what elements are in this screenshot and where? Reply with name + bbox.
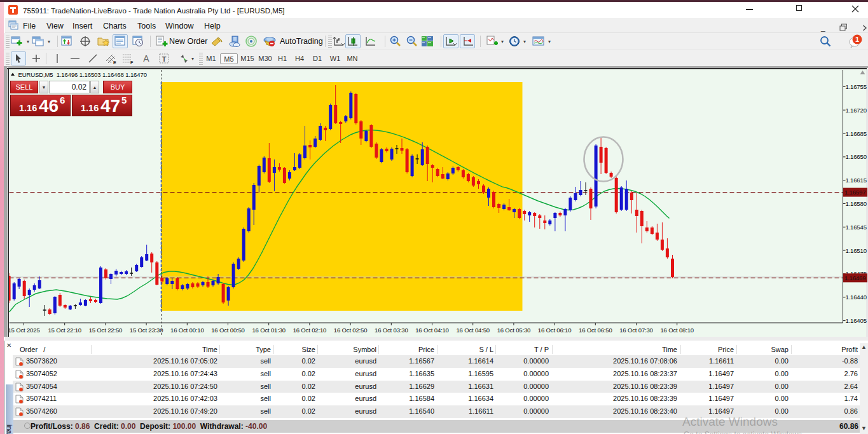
svg-text:16 Oct 00:10: 16 Oct 00:10 [170, 327, 204, 334]
svg-text:1.16545: 1.16545 [845, 224, 866, 231]
svg-text:15 Oct 23:30: 15 Oct 23:30 [129, 327, 163, 334]
svg-text:16 Oct 04:50: 16 Oct 04:50 [456, 327, 490, 334]
svg-text:1.16615: 1.16615 [845, 177, 866, 184]
svg-text:16 Oct 04:10: 16 Oct 04:10 [415, 327, 449, 334]
svg-text:16 Oct 01:30: 16 Oct 01:30 [252, 327, 286, 334]
svg-text:16 Oct 02:50: 16 Oct 02:50 [333, 327, 367, 334]
svg-text:1.16510: 1.16510 [845, 247, 866, 254]
svg-text:F: F [130, 60, 134, 65]
svg-text:1.16720: 1.16720 [845, 107, 866, 114]
svg-text:1.16580: 1.16580 [845, 200, 866, 207]
svg-text:16 Oct 05:30: 16 Oct 05:30 [497, 327, 530, 334]
svg-text:EURUSD,M5 1.16496 1.16503 1.1: EURUSD,M5 1.16496 1.16503 1.16468 1.1647… [18, 71, 146, 78]
svg-text:16 Oct 07:30: 16 Oct 07:30 [619, 327, 653, 334]
svg-text:1.16650: 1.16650 [845, 153, 866, 160]
svg-text:1.16469: 1.16469 [844, 275, 865, 281]
svg-text:E: E [113, 60, 116, 65]
svg-text:16 Oct 06:10: 16 Oct 06:10 [537, 327, 571, 334]
svg-text:16 Oct 02:10: 16 Oct 02:10 [293, 327, 326, 334]
svg-text:16 Oct 03:30: 16 Oct 03:30 [375, 327, 408, 334]
svg-text:1.16405: 1.16405 [845, 317, 866, 324]
svg-text:15 Oct 2025: 15 Oct 2025 [8, 327, 39, 334]
svg-text:1: 1 [855, 36, 859, 43]
svg-text:1.16685: 1.16685 [845, 130, 866, 137]
svg-text:16 Oct 06:50: 16 Oct 06:50 [579, 327, 612, 334]
svg-text:15 Oct 22:50: 15 Oct 22:50 [88, 327, 122, 334]
svg-text:16 Oct 08:10: 16 Oct 08:10 [660, 327, 694, 334]
svg-text:1.16597: 1.16597 [844, 189, 865, 196]
svg-text:16 Oct 00:50: 16 Oct 00:50 [211, 327, 245, 334]
svg-text:T: T [162, 55, 167, 63]
svg-text:15 Oct 22:10: 15 Oct 22:10 [48, 327, 81, 334]
svg-text:A: A [143, 53, 149, 64]
svg-text:1.16755: 1.16755 [845, 83, 866, 90]
svg-text:1.16440: 1.16440 [845, 294, 866, 301]
